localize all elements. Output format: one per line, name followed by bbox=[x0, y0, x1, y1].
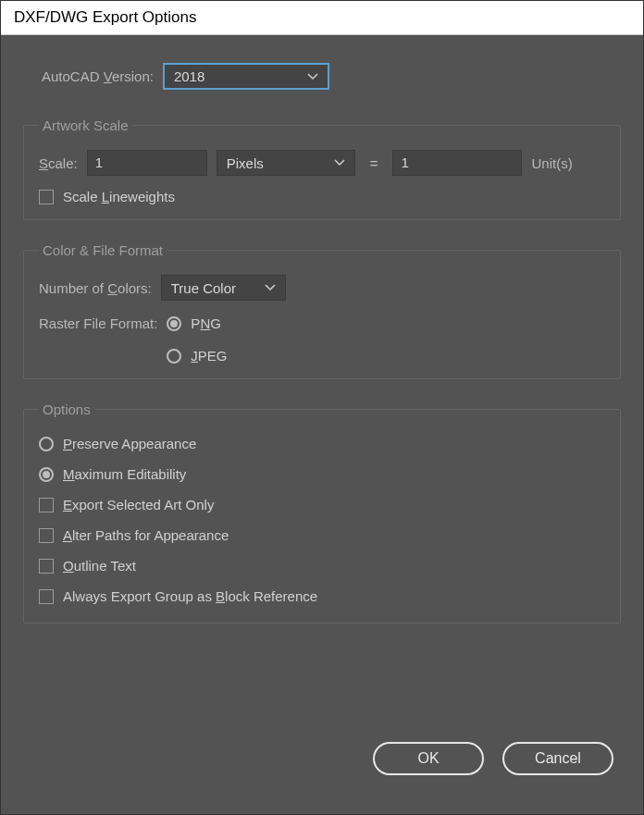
jpeg-label: JPEG bbox=[191, 348, 227, 364]
unit-suffix-label: Unit(s) bbox=[531, 155, 572, 171]
artwork-scale-legend: Artwork Scale bbox=[39, 117, 132, 133]
maximum-editability-label: Maximum Editability bbox=[63, 466, 186, 482]
chevron-down-icon bbox=[265, 284, 276, 291]
scale-label: Scale: bbox=[39, 155, 78, 171]
unit-value-input[interactable]: 1 bbox=[392, 150, 522, 176]
color-format-group: Color & File Format Number of Colors: Tr… bbox=[23, 242, 621, 379]
scale-input[interactable]: 1 bbox=[87, 150, 207, 176]
cancel-button[interactable]: Cancel bbox=[502, 742, 613, 775]
block-reference-label: Always Export Group as Block Reference bbox=[63, 588, 317, 604]
chevron-down-icon bbox=[334, 159, 345, 167]
preserve-appearance-radio[interactable] bbox=[39, 437, 54, 451]
alter-paths-checkbox[interactable] bbox=[39, 528, 54, 543]
equals-label: = bbox=[365, 155, 384, 171]
version-select[interactable]: 2018 bbox=[163, 63, 329, 90]
export-options-dialog: DXF/DWG Export Options AutoCAD Version: … bbox=[0, 0, 644, 815]
png-label: PNG bbox=[191, 315, 221, 331]
export-selected-label: Export Selected Art Only bbox=[63, 497, 214, 512]
options-legend: Options bbox=[39, 401, 94, 417]
export-selected-checkbox[interactable] bbox=[39, 498, 54, 512]
dialog-title: DXF/DWG Export Options bbox=[1, 1, 643, 35]
version-value: 2018 bbox=[174, 68, 294, 84]
unit-type-value: Pixels bbox=[227, 155, 321, 171]
preserve-appearance-label: Preserve Appearance bbox=[63, 436, 196, 451]
maximum-editability-radio[interactable] bbox=[39, 467, 54, 482]
scale-lineweights-label: Scale Lineweights bbox=[63, 189, 175, 204]
colors-value: True Color bbox=[171, 280, 252, 296]
dialog-content: AutoCAD Version: 2018 Artwork Scale Scal… bbox=[1, 35, 643, 814]
ok-button[interactable]: OK bbox=[373, 742, 484, 775]
block-reference-checkbox[interactable] bbox=[39, 589, 54, 604]
outline-text-checkbox[interactable] bbox=[39, 559, 54, 574]
artwork-scale-group: Artwork Scale Scale: 1 Pixels = 1 Unit(s… bbox=[23, 117, 621, 220]
alter-paths-label: Alter Paths for Appearance bbox=[63, 527, 229, 543]
options-group: Options Preserve Appearance Maximum Edit… bbox=[23, 401, 621, 624]
raster-format-label: Raster File Format: bbox=[39, 315, 157, 331]
unit-type-select[interactable]: Pixels bbox=[217, 150, 355, 176]
jpeg-radio[interactable] bbox=[167, 349, 181, 364]
color-format-legend: Color & File Format bbox=[39, 242, 167, 258]
chevron-down-icon bbox=[307, 73, 318, 80]
colors-select[interactable]: True Color bbox=[161, 275, 286, 301]
outline-text-label: Outline Text bbox=[63, 558, 136, 574]
colors-label: Number of Colors: bbox=[39, 280, 152, 296]
scale-lineweights-checkbox[interactable] bbox=[39, 190, 54, 204]
version-label: AutoCAD Version: bbox=[42, 68, 154, 84]
png-radio[interactable] bbox=[167, 316, 181, 331]
